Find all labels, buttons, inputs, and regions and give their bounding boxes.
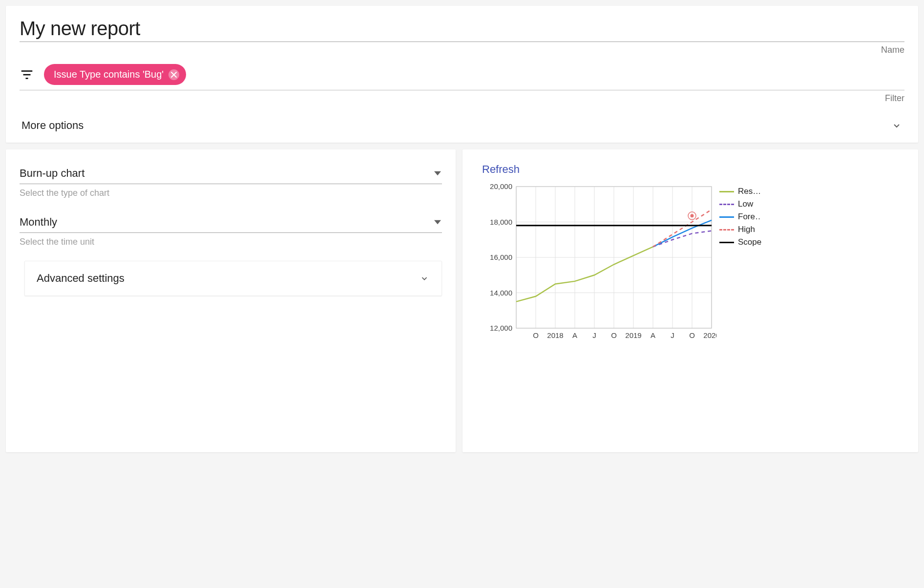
- advanced-settings-toggle[interactable]: Advanced settings: [24, 261, 442, 296]
- chart-type-hint: Select the type of chart: [20, 188, 442, 198]
- svg-text:18,000: 18,000: [490, 218, 512, 226]
- burnup-chart: 12,00014,00016,00018,00020,000O2018AJO20…: [482, 182, 716, 348]
- legend-item-fore: Fore…: [719, 212, 761, 222]
- legend-item-low: Low: [719, 199, 761, 209]
- legend-item-scope: Scope: [719, 237, 761, 247]
- panels-row: Burn-up chart Select the type of chart M…: [6, 149, 918, 452]
- filter-chip-remove-icon[interactable]: [168, 69, 179, 80]
- svg-text:O: O: [533, 331, 539, 339]
- chart-legend: Res… Low Fore… High Scope: [719, 182, 904, 348]
- svg-text:O: O: [689, 331, 695, 339]
- time-unit-group: Monthly Select the time unit: [20, 212, 442, 247]
- filter-section-label: Filter: [20, 90, 904, 108]
- filter-row: Issue Type contains 'Bug': [20, 60, 904, 90]
- svg-text:16,000: 16,000: [490, 253, 512, 261]
- settings-panel: Burn-up chart Select the type of chart M…: [6, 149, 456, 452]
- svg-text:14,000: 14,000: [490, 289, 512, 297]
- legend-item-res: Res…: [719, 187, 761, 196]
- legend-item-high: High: [719, 225, 761, 234]
- more-options-label: More options: [21, 119, 84, 132]
- time-unit-select[interactable]: Monthly: [20, 212, 442, 233]
- svg-text:20,000: 20,000: [490, 182, 512, 190]
- svg-text:A: A: [651, 331, 655, 339]
- name-section-label: Name: [20, 42, 904, 60]
- report-header-card: My new report Name Issue Type contains '…: [6, 6, 918, 143]
- title-section: My new report: [20, 18, 904, 42]
- dropdown-caret-icon: [434, 219, 441, 226]
- chart-panel: Refresh 12,00014,00016,00018,00020,000O2…: [462, 149, 918, 452]
- chart-type-select[interactable]: Burn-up chart: [20, 163, 442, 184]
- time-unit-value: Monthly: [20, 216, 57, 229]
- chart-type-group: Burn-up chart Select the type of chart: [20, 163, 442, 198]
- svg-text:O: O: [611, 331, 617, 339]
- refresh-button[interactable]: Refresh: [482, 163, 520, 176]
- svg-text:2018: 2018: [547, 331, 563, 339]
- filter-chip[interactable]: Issue Type contains 'Bug': [44, 64, 186, 85]
- svg-text:A: A: [572, 331, 577, 339]
- svg-text:J: J: [592, 331, 596, 339]
- filter-icon[interactable]: [20, 67, 34, 82]
- svg-text:2020: 2020: [703, 331, 716, 339]
- chevron-down-icon: [419, 273, 430, 284]
- time-unit-hint: Select the time unit: [20, 237, 442, 247]
- advanced-settings-label: Advanced settings: [37, 272, 125, 285]
- chart-type-value: Burn-up chart: [20, 167, 84, 180]
- svg-text:2019: 2019: [625, 331, 641, 339]
- report-title[interactable]: My new report: [20, 18, 904, 40]
- dropdown-caret-icon: [434, 170, 441, 177]
- svg-point-33: [691, 214, 694, 217]
- svg-text:J: J: [671, 331, 674, 339]
- more-options-toggle[interactable]: More options: [20, 108, 904, 143]
- filter-chip-label: Issue Type contains 'Bug': [54, 69, 164, 80]
- chevron-down-icon: [891, 120, 903, 131]
- svg-text:12,000: 12,000: [490, 324, 512, 332]
- chart-wrap: 12,00014,00016,00018,00020,000O2018AJO20…: [482, 182, 904, 348]
